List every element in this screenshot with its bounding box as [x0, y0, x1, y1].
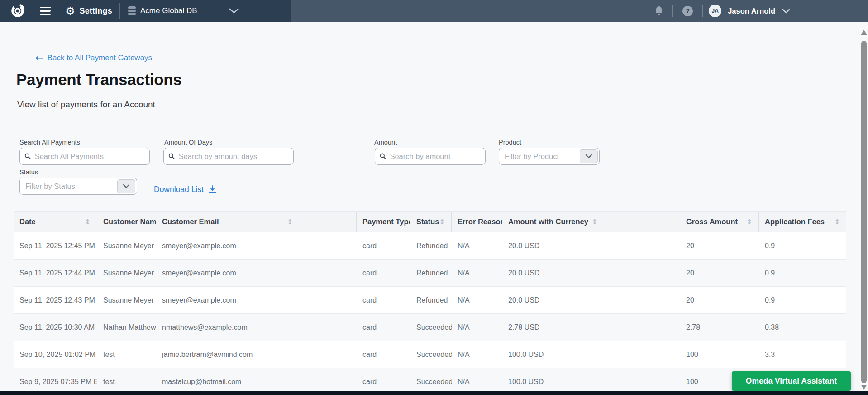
amount-input[interactable] [390, 152, 481, 161]
table-cell: card [357, 341, 410, 368]
table-cell: N/A [452, 260, 502, 286]
table-cell: card [357, 368, 410, 391]
table-header-row: Date↕ Customer Name↕ Customer Email↕ Pay… [14, 211, 846, 232]
table-row[interactable]: Sep 11, 2025 12:43 PM EDT Susanne Meyer … [14, 287, 846, 314]
table-cell: Sep 9, 2025 07:35 PM EDT [14, 368, 97, 391]
table-cell: card [357, 260, 410, 286]
transactions-table: Date↕ Customer Name↕ Customer Email↕ Pay… [14, 211, 846, 391]
table-cell: Nathan Matthews [97, 314, 156, 341]
back-to-gateways-link[interactable]: ← Back to All Payment Gateways [35, 53, 152, 63]
table-cell: 20.0 USD [502, 287, 680, 313]
table-row[interactable]: Sep 9, 2025 07:35 PM EDT test mastalcup@… [14, 368, 846, 391]
table-cell: smeyer@example.com [156, 287, 357, 313]
download-list-link[interactable]: Download List [154, 185, 217, 194]
table-row[interactable]: Sep 11, 2025 10:30 AM EDT Nathan Matthew… [14, 314, 846, 341]
status-select-value: Filter by Status [25, 182, 75, 191]
table-cell: N/A [452, 287, 502, 313]
table-cell: smeyer@example.com [156, 260, 357, 286]
amount-of-days-input[interactable] [179, 152, 289, 161]
back-link-label: Back to All Payment Gateways [48, 53, 153, 63]
status-select[interactable]: Filter by Status [19, 178, 137, 195]
database-name: Acme Global DB [140, 6, 197, 15]
product-select-value: Filter by Product [505, 152, 559, 161]
table-cell: N/A [452, 341, 502, 368]
table-cell: 0.9 [759, 260, 846, 286]
scroll-down-arrow[interactable] [861, 385, 867, 390]
table-cell: Sep 10, 2025 01:02 PM EDT [14, 341, 97, 368]
menu-hamburger-icon[interactable] [40, 7, 51, 15]
table-cell: 3.3 [759, 341, 846, 368]
omeda-logo-icon[interactable] [10, 3, 25, 19]
scroll-up-arrow[interactable] [861, 30, 867, 35]
user-avatar[interactable]: JA [709, 5, 721, 17]
page-subtitle: View list of payments for an Account [17, 100, 155, 110]
amount-of-days-field [163, 148, 294, 165]
chevron-down-icon[interactable] [580, 149, 598, 163]
product-select[interactable]: Filter by Product [499, 148, 600, 165]
column-header-customer-name[interactable]: Customer Name↕ [97, 212, 156, 232]
amount-field [375, 148, 486, 165]
table-cell: N/A [452, 368, 502, 391]
sort-icon: ↕ [834, 218, 840, 226]
table-cell: Refunded [410, 287, 452, 313]
table-row[interactable]: Sep 11, 2025 12:44 PM EDT Susanne Meyer … [14, 260, 846, 287]
column-header-customer-email[interactable]: Customer Email↕ [156, 212, 357, 232]
column-header-date[interactable]: Date↕ [14, 212, 97, 232]
table-cell: Succeeded [410, 314, 452, 341]
table-cell: 20 [680, 232, 759, 259]
table-cell: smeyer@example.com [156, 232, 357, 259]
payment-transactions-page: ← Back to All Payment Gateways Payment T… [0, 22, 868, 391]
back-arrow-icon: ← [35, 53, 43, 63]
table-cell: Sep 11, 2025 12:43 PM EDT [14, 287, 97, 313]
table-cell: card [357, 232, 410, 259]
column-header-error-reason[interactable]: Error Reason↕ [452, 212, 502, 232]
table-cell: Succeeded [410, 341, 452, 368]
table-cell: 100.0 USD [502, 368, 680, 391]
table-cell: 20.0 USD [502, 232, 680, 259]
table-row[interactable]: Sep 10, 2025 01:02 PM EDT test jamie.ber… [14, 341, 846, 368]
table-cell: 20 [680, 287, 759, 313]
table-row[interactable]: Sep 11, 2025 12:45 PM EDT Susanne Meyer … [14, 232, 846, 260]
amount-label: Amount [374, 139, 397, 146]
scrollbar-thumb[interactable] [861, 41, 867, 383]
column-header-gross-amount[interactable]: Gross Amount↕ [680, 212, 759, 232]
table-cell: Succeeded [410, 368, 452, 391]
table-cell: 100.0 USD [502, 341, 680, 368]
navbar-divider [672, 5, 673, 17]
column-header-application-fees[interactable]: Application Fees↕ [759, 212, 846, 232]
page-title: Payment Transactions [16, 71, 182, 89]
table-cell: Refunded [410, 232, 452, 259]
chevron-down-icon[interactable] [229, 8, 239, 14]
chevron-down-icon[interactable] [117, 179, 135, 193]
search-all-payments-input[interactable] [35, 152, 145, 161]
table-cell: card [357, 287, 410, 313]
table-cell: jamie.bertram@avmind.com [156, 341, 357, 368]
column-header-payment-type[interactable]: Payment Type↕ [357, 212, 410, 232]
table-cell: N/A [452, 314, 502, 341]
sort-icon: ↕ [439, 218, 445, 226]
bottom-window-edge [0, 391, 868, 395]
notifications-bell-icon[interactable] [654, 5, 664, 16]
navbar-left-section: ⚙ Settings Acme Global DB [0, 0, 291, 22]
sort-icon: ↕ [592, 218, 598, 226]
table-cell: Sep 11, 2025 10:30 AM EDT [14, 314, 97, 341]
search-icon [380, 153, 386, 160]
help-icon[interactable]: ? [682, 6, 693, 16]
vertical-scrollbar [861, 22, 868, 391]
table-cell: test [97, 341, 156, 368]
column-header-amount-with-currency[interactable]: Amount with Currency↕ [502, 212, 680, 232]
table-cell: Sep 11, 2025 12:45 PM EDT [14, 232, 97, 259]
table-body: Sep 11, 2025 12:45 PM EDT Susanne Meyer … [14, 232, 846, 391]
search-all-payments-field [19, 148, 150, 165]
omeda-virtual-assistant-button[interactable]: Omeda Virtual Assistant [732, 371, 851, 391]
user-name[interactable]: Jason Arnold [728, 7, 775, 15]
table-cell: Susanne Meyer [97, 287, 156, 313]
settings-gear-icon[interactable]: ⚙ [65, 5, 75, 17]
search-icon [168, 153, 175, 160]
database-selector[interactable]: Acme Global DB [120, 6, 239, 15]
navbar-divider [702, 5, 703, 17]
column-header-status[interactable]: Status↕ [410, 212, 452, 232]
settings-nav-label[interactable]: Settings [79, 6, 112, 16]
table-cell: card [357, 314, 410, 341]
chevron-down-icon[interactable] [782, 9, 790, 14]
